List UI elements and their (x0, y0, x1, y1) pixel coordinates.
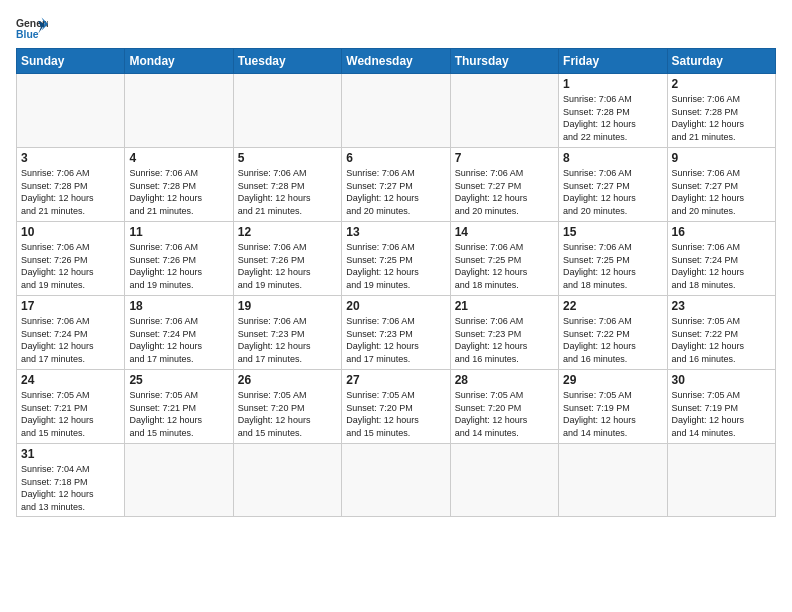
calendar-week-row: 10Sunrise: 7:06 AM Sunset: 7:26 PM Dayli… (17, 222, 776, 296)
calendar-table: SundayMondayTuesdayWednesdayThursdayFrid… (16, 48, 776, 517)
calendar-day-cell: 17Sunrise: 7:06 AM Sunset: 7:24 PM Dayli… (17, 296, 125, 370)
day-info: Sunrise: 7:06 AM Sunset: 7:26 PM Dayligh… (129, 241, 228, 291)
day-number: 28 (455, 373, 554, 387)
calendar-day-cell: 3Sunrise: 7:06 AM Sunset: 7:28 PM Daylig… (17, 148, 125, 222)
calendar-day-cell: 26Sunrise: 7:05 AM Sunset: 7:20 PM Dayli… (233, 370, 341, 444)
day-info: Sunrise: 7:06 AM Sunset: 7:27 PM Dayligh… (563, 167, 662, 217)
day-number: 31 (21, 447, 120, 461)
day-number: 26 (238, 373, 337, 387)
day-info: Sunrise: 7:05 AM Sunset: 7:21 PM Dayligh… (21, 389, 120, 439)
day-number: 13 (346, 225, 445, 239)
calendar-day-cell: 25Sunrise: 7:05 AM Sunset: 7:21 PM Dayli… (125, 370, 233, 444)
calendar-day-cell: 28Sunrise: 7:05 AM Sunset: 7:20 PM Dayli… (450, 370, 558, 444)
calendar-day-cell (342, 74, 450, 148)
day-info: Sunrise: 7:06 AM Sunset: 7:28 PM Dayligh… (129, 167, 228, 217)
day-number: 30 (672, 373, 771, 387)
day-info: Sunrise: 7:06 AM Sunset: 7:26 PM Dayligh… (238, 241, 337, 291)
calendar-day-cell: 12Sunrise: 7:06 AM Sunset: 7:26 PM Dayli… (233, 222, 341, 296)
calendar-day-cell (559, 444, 667, 517)
day-number: 4 (129, 151, 228, 165)
header: General Blue (16, 16, 776, 40)
day-number: 11 (129, 225, 228, 239)
calendar-day-cell (667, 444, 775, 517)
day-number: 10 (21, 225, 120, 239)
calendar-day-cell: 27Sunrise: 7:05 AM Sunset: 7:20 PM Dayli… (342, 370, 450, 444)
calendar-week-row: 3Sunrise: 7:06 AM Sunset: 7:28 PM Daylig… (17, 148, 776, 222)
day-info: Sunrise: 7:05 AM Sunset: 7:22 PM Dayligh… (672, 315, 771, 365)
day-number: 1 (563, 77, 662, 91)
calendar-day-cell: 30Sunrise: 7:05 AM Sunset: 7:19 PM Dayli… (667, 370, 775, 444)
day-number: 2 (672, 77, 771, 91)
weekday-header-friday: Friday (559, 49, 667, 74)
day-number: 12 (238, 225, 337, 239)
calendar-week-row: 31Sunrise: 7:04 AM Sunset: 7:18 PM Dayli… (17, 444, 776, 517)
day-info: Sunrise: 7:06 AM Sunset: 7:23 PM Dayligh… (455, 315, 554, 365)
day-number: 17 (21, 299, 120, 313)
day-info: Sunrise: 7:06 AM Sunset: 7:28 PM Dayligh… (672, 93, 771, 143)
calendar-day-cell: 20Sunrise: 7:06 AM Sunset: 7:23 PM Dayli… (342, 296, 450, 370)
calendar-day-cell: 10Sunrise: 7:06 AM Sunset: 7:26 PM Dayli… (17, 222, 125, 296)
calendar-day-cell: 9Sunrise: 7:06 AM Sunset: 7:27 PM Daylig… (667, 148, 775, 222)
calendar-day-cell: 23Sunrise: 7:05 AM Sunset: 7:22 PM Dayli… (667, 296, 775, 370)
calendar-day-cell: 19Sunrise: 7:06 AM Sunset: 7:23 PM Dayli… (233, 296, 341, 370)
svg-text:Blue: Blue (16, 29, 39, 40)
day-number: 27 (346, 373, 445, 387)
day-info: Sunrise: 7:06 AM Sunset: 7:28 PM Dayligh… (21, 167, 120, 217)
calendar-day-cell: 31Sunrise: 7:04 AM Sunset: 7:18 PM Dayli… (17, 444, 125, 517)
day-info: Sunrise: 7:06 AM Sunset: 7:22 PM Dayligh… (563, 315, 662, 365)
calendar-day-cell: 1Sunrise: 7:06 AM Sunset: 7:28 PM Daylig… (559, 74, 667, 148)
day-number: 24 (21, 373, 120, 387)
page: General Blue SundayMondayTuesdayWednesda… (0, 0, 792, 525)
calendar-week-row: 24Sunrise: 7:05 AM Sunset: 7:21 PM Dayli… (17, 370, 776, 444)
day-number: 22 (563, 299, 662, 313)
day-number: 15 (563, 225, 662, 239)
day-info: Sunrise: 7:06 AM Sunset: 7:24 PM Dayligh… (129, 315, 228, 365)
logo: General Blue (16, 16, 48, 40)
day-number: 20 (346, 299, 445, 313)
day-number: 25 (129, 373, 228, 387)
day-number: 7 (455, 151, 554, 165)
day-info: Sunrise: 7:06 AM Sunset: 7:24 PM Dayligh… (672, 241, 771, 291)
weekday-header-row: SundayMondayTuesdayWednesdayThursdayFrid… (17, 49, 776, 74)
day-number: 19 (238, 299, 337, 313)
calendar-day-cell (450, 74, 558, 148)
weekday-header-saturday: Saturday (667, 49, 775, 74)
day-number: 5 (238, 151, 337, 165)
weekday-header-sunday: Sunday (17, 49, 125, 74)
day-info: Sunrise: 7:05 AM Sunset: 7:20 PM Dayligh… (455, 389, 554, 439)
day-info: Sunrise: 7:05 AM Sunset: 7:21 PM Dayligh… (129, 389, 228, 439)
day-info: Sunrise: 7:06 AM Sunset: 7:25 PM Dayligh… (455, 241, 554, 291)
day-number: 14 (455, 225, 554, 239)
calendar-day-cell (450, 444, 558, 517)
weekday-header-wednesday: Wednesday (342, 49, 450, 74)
day-number: 9 (672, 151, 771, 165)
day-info: Sunrise: 7:05 AM Sunset: 7:19 PM Dayligh… (563, 389, 662, 439)
calendar-day-cell: 7Sunrise: 7:06 AM Sunset: 7:27 PM Daylig… (450, 148, 558, 222)
day-number: 16 (672, 225, 771, 239)
calendar-day-cell: 29Sunrise: 7:05 AM Sunset: 7:19 PM Dayli… (559, 370, 667, 444)
weekday-header-monday: Monday (125, 49, 233, 74)
calendar-day-cell (342, 444, 450, 517)
calendar-day-cell: 18Sunrise: 7:06 AM Sunset: 7:24 PM Dayli… (125, 296, 233, 370)
day-number: 6 (346, 151, 445, 165)
calendar-day-cell (233, 74, 341, 148)
day-number: 21 (455, 299, 554, 313)
day-number: 23 (672, 299, 771, 313)
day-info: Sunrise: 7:05 AM Sunset: 7:19 PM Dayligh… (672, 389, 771, 439)
calendar-day-cell: 11Sunrise: 7:06 AM Sunset: 7:26 PM Dayli… (125, 222, 233, 296)
calendar-day-cell: 16Sunrise: 7:06 AM Sunset: 7:24 PM Dayli… (667, 222, 775, 296)
calendar-day-cell (125, 444, 233, 517)
calendar-day-cell: 24Sunrise: 7:05 AM Sunset: 7:21 PM Dayli… (17, 370, 125, 444)
day-info: Sunrise: 7:06 AM Sunset: 7:27 PM Dayligh… (346, 167, 445, 217)
calendar-day-cell: 22Sunrise: 7:06 AM Sunset: 7:22 PM Dayli… (559, 296, 667, 370)
day-info: Sunrise: 7:04 AM Sunset: 7:18 PM Dayligh… (21, 463, 120, 513)
day-info: Sunrise: 7:06 AM Sunset: 7:25 PM Dayligh… (346, 241, 445, 291)
generalblue-logo-icon: General Blue (16, 16, 48, 40)
calendar-day-cell: 2Sunrise: 7:06 AM Sunset: 7:28 PM Daylig… (667, 74, 775, 148)
calendar-day-cell (17, 74, 125, 148)
day-info: Sunrise: 7:05 AM Sunset: 7:20 PM Dayligh… (346, 389, 445, 439)
weekday-header-thursday: Thursday (450, 49, 558, 74)
calendar-day-cell: 14Sunrise: 7:06 AM Sunset: 7:25 PM Dayli… (450, 222, 558, 296)
calendar-week-row: 1Sunrise: 7:06 AM Sunset: 7:28 PM Daylig… (17, 74, 776, 148)
calendar-day-cell: 4Sunrise: 7:06 AM Sunset: 7:28 PM Daylig… (125, 148, 233, 222)
